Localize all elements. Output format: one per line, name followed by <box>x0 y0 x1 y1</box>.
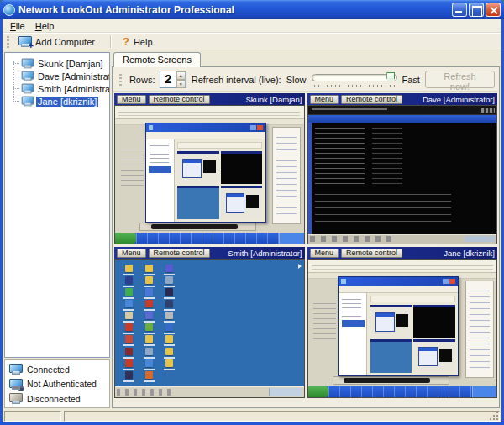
desktop-icon <box>165 335 173 343</box>
computer-name: Skunk [Damjan] <box>36 59 105 69</box>
remote-screen-thumbnail[interactable] <box>114 259 305 398</box>
remote-screen-name: Skunk [Damjan] <box>245 95 302 104</box>
controls-row: Rows: 2 ▲ ▼ Refresh interval (live): Slo… <box>113 68 498 92</box>
legend-not-authenticated: Not Authenticated <box>9 379 105 390</box>
remote-desktop-mockup <box>115 106 304 244</box>
taskbar <box>115 386 304 397</box>
background-dark-window <box>344 378 430 383</box>
body: Skunk [Damjan] Dave [Administrator] Smit… <box>3 50 501 410</box>
nested-mini-screen <box>177 186 218 219</box>
legend-disconnected: Disconnected <box>9 393 105 404</box>
rows-label: Rows: <box>129 75 155 85</box>
taskbar <box>115 233 304 244</box>
remote-screen-panel-dave: Menu Remote control Dave [Administrator] <box>307 93 498 244</box>
desktop-icon <box>125 300 133 307</box>
remote-screen-name: Dave [Administrator] <box>423 95 495 104</box>
remote-desktop-mockup <box>308 260 497 397</box>
computer-name: Jane [dkriznik] <box>36 97 98 107</box>
nested-mini-screen <box>177 151 218 185</box>
not-authenticated-icon <box>9 379 22 390</box>
nested-controls-row <box>177 142 262 149</box>
remote-screen-panel-jane: Menu Remote control Jane [dkriznik] <box>307 247 498 398</box>
desktop-icon <box>165 359 173 367</box>
status-cell-right <box>64 411 500 422</box>
slow-label: Slow <box>286 75 307 85</box>
spinner-down-icon[interactable]: ▼ <box>176 80 186 88</box>
background-app-text <box>313 303 336 342</box>
desktop-icon <box>165 348 173 355</box>
menu-button[interactable]: Menu <box>117 249 146 258</box>
main-area: Remote Screens Rows: 2 ▲ ▼ Refr <box>112 52 500 408</box>
remote-control-button[interactable]: Remote control <box>341 95 402 104</box>
tree-item-jane[interactable]: Jane [dkriznik] <box>5 95 109 108</box>
desktop-icon-grid <box>118 262 179 380</box>
toolbar-help-button[interactable]: ? Help <box>119 35 160 49</box>
desktop-icon <box>165 265 173 272</box>
background-app-toolbar <box>308 260 497 273</box>
slider-thumb[interactable] <box>386 72 395 83</box>
menu-file[interactable]: File <box>6 20 29 32</box>
status-cell-left <box>4 411 61 422</box>
add-computer-button[interactable]: + Add Computer <box>15 34 102 49</box>
rows-value[interactable]: 2 <box>160 71 175 87</box>
desktop-icon <box>165 323 173 331</box>
desktop-icon <box>125 312 133 319</box>
nested-selection <box>342 320 365 327</box>
spinner-up-icon[interactable]: ▲ <box>176 71 186 80</box>
menu-button[interactable]: Menu <box>310 95 339 104</box>
menu-button[interactable]: Menu <box>117 95 146 104</box>
desktop-icon <box>145 335 153 343</box>
remote-screen-thumbnail[interactable] <box>307 105 498 244</box>
refresh-now-button[interactable]: Refresh now! <box>425 71 495 88</box>
terminal-left-border <box>308 123 312 234</box>
legend-label: Connected <box>27 365 70 375</box>
tree-item-dave[interactable]: Dave [Administrator] <box>5 70 109 82</box>
start-button <box>115 233 136 244</box>
rows-spinner: 2 ▲ ▼ <box>160 71 186 88</box>
nested-mini-screen <box>221 151 262 185</box>
status-legend: Connected Not Authenticated Disconnected <box>4 359 110 408</box>
desktop-icon <box>125 265 133 272</box>
slider-track[interactable] <box>312 74 397 81</box>
add-computer-icon: + <box>18 36 31 47</box>
remote-screen-header: Menu Remote control Jane [dkriznik] <box>307 247 498 259</box>
remote-screen-name: Jane [dkriznik] <box>444 249 495 258</box>
tree-item-smith[interactable]: Smith [Administrator] <box>5 82 109 95</box>
computer-name: Dave [Administrator] <box>36 71 110 81</box>
nested-mini-screen <box>413 339 454 373</box>
desktop-icon <box>145 323 153 331</box>
refresh-interval-slider[interactable] <box>312 71 397 88</box>
computer-icon <box>22 71 34 81</box>
desktop-icon <box>165 300 173 307</box>
remote-control-button[interactable]: Remote control <box>341 249 402 258</box>
remote-screen-thumbnail[interactable] <box>114 105 305 244</box>
app-icon <box>3 4 15 16</box>
desktop-icon <box>145 348 153 355</box>
refresh-interval-label: Refresh interval (live): <box>192 75 281 85</box>
terminal-text-column <box>372 128 402 188</box>
sidebar: Skunk [Damjan] Dave [Administrator] Smit… <box>4 52 110 408</box>
terminal-text-rows <box>315 194 451 222</box>
minimize-button[interactable] <box>452 3 467 17</box>
remote-desktop-icons-mockup <box>115 260 304 397</box>
maximize-button[interactable] <box>469 3 484 17</box>
tab-remote-screens[interactable]: Remote Screens <box>113 52 201 67</box>
nested-screens-area <box>367 293 458 376</box>
toolbar-grip <box>7 36 9 48</box>
menu-help[interactable]: Help <box>31 20 59 32</box>
tree-item-skunk[interactable]: Skunk [Damjan] <box>5 57 109 70</box>
legend-connected: Connected <box>9 364 105 375</box>
question-mark-icon: ? <box>123 37 129 47</box>
nested-mini-screen <box>370 339 412 373</box>
desktop-icon <box>145 371 153 379</box>
remote-screen-thumbnail[interactable] <box>307 259 498 398</box>
nested-mini-screen <box>413 305 454 338</box>
slider-ticks <box>314 85 395 87</box>
toolbar-separator <box>110 36 111 48</box>
menu-button[interactable]: Menu <box>310 249 339 258</box>
nested-mini-screen <box>370 305 412 338</box>
close-button[interactable] <box>486 3 501 17</box>
remote-control-button[interactable]: Remote control <box>149 95 210 104</box>
remote-control-button[interactable]: Remote control <box>149 249 210 258</box>
nested-tree-panel <box>339 293 367 376</box>
